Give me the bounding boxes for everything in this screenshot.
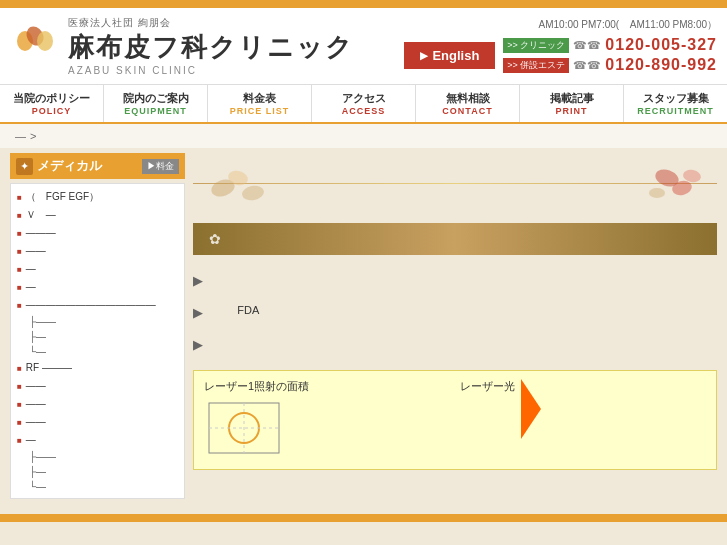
svg-point-5 — [241, 184, 265, 202]
sidebar: ✦ メディカル ▶料金 ■ （ FGF EGF） ■ Ｖ — ■ ——— ■ —… — [10, 153, 185, 499]
breadcrumb-separator: > — [30, 130, 36, 142]
laser-area-diagram — [204, 398, 284, 458]
nav-bar: 当院のポリシー POLICY 院内のご案内 EQUIPMENT 料金表 PRIC… — [0, 85, 727, 124]
svg-point-9 — [649, 188, 665, 198]
deco-flower-left — [203, 158, 283, 213]
logo-area: 医療法人社団 絢朋会 麻布皮フ科クリニック AZABU SKIN CLINIC — [10, 16, 354, 76]
sidebar-subitem-3[interactable]: └— — [11, 344, 184, 359]
logo-romaji: AZABU SKIN CLINIC — [68, 65, 354, 76]
play-icon-3: ▶ — [193, 335, 203, 356]
sidebar-item-6[interactable]: ■ — — [11, 278, 184, 296]
phone-icon-2: ☎☎ — [573, 59, 601, 72]
content-item-2: ▶ FDA — [193, 297, 717, 329]
bullet-icon: ■ — [17, 228, 22, 239]
breadcrumb-home[interactable]: — — [15, 130, 26, 142]
bullet-icon: ■ — [17, 381, 22, 392]
deco-flower-right — [607, 158, 707, 213]
nav-policy[interactable]: 当院のポリシー POLICY — [0, 85, 104, 122]
header-hours: AM10:00 PM7:00( AM11:00 PM8:00） — [539, 18, 717, 32]
sidebar-subitem-4[interactable]: ├—— — [11, 449, 184, 464]
bullet-icon: ■ — [17, 264, 22, 275]
play-icon-1: ▶ — [193, 271, 203, 292]
sidebar-price-button[interactable]: ▶料金 — [142, 159, 179, 174]
hours1: AM10:00 PM7:00( — [539, 19, 620, 30]
hours2: AM11:00 PM8:00） — [630, 19, 717, 30]
main-content: ✿ ▶ ▶ FDA ▶ レーザー1照射の面積 — [193, 153, 717, 499]
decorative-header — [193, 153, 717, 213]
laser-beam-icon — [521, 379, 541, 439]
sidebar-item-13[interactable]: ■ —— — [11, 413, 184, 431]
bottom-border — [0, 514, 727, 522]
sidebar-item-11[interactable]: ■ —— — [11, 377, 184, 395]
sidebar-title: メディカル — [37, 157, 102, 175]
phone-row-este: >> 併設エステ ☎☎ 0120-890-992 — [503, 56, 717, 74]
nav-pricelist[interactable]: 料金表 PRICE LIST — [208, 85, 312, 122]
english-button[interactable]: English — [404, 42, 495, 69]
svg-point-2 — [37, 31, 53, 51]
sidebar-item-3[interactable]: ■ ——— — [11, 224, 184, 242]
sidebar-subitem-1[interactable]: ├—— — [11, 314, 184, 329]
sidebar-subitem-5[interactable]: ├— — [11, 464, 184, 479]
bullet-icon: ■ — [17, 282, 22, 293]
este-label: >> 併設エステ — [503, 58, 569, 73]
phone-icon-1: ☎☎ — [573, 39, 601, 52]
nav-contact[interactable]: 無料相談 CONTACT — [416, 85, 520, 122]
bullet-icon: ■ — [17, 435, 22, 446]
sidebar-header-icon: ✦ — [16, 158, 33, 175]
bullet-icon: ■ — [17, 399, 22, 410]
phone-block: >> クリニック ☎☎ 0120-005-327 >> 併設エステ ☎☎ 012… — [503, 36, 717, 74]
sidebar-subitem-6[interactable]: └— — [11, 479, 184, 494]
phone-number-2: 0120-890-992 — [605, 56, 717, 74]
clinic-logo-icon — [10, 21, 60, 71]
sidebar-subitem-2[interactable]: ├— — [11, 329, 184, 344]
header-right: AM10:00 PM7:00( AM11:00 PM8:00） English … — [404, 18, 717, 74]
sidebar-items-list: ■ （ FGF EGF） ■ Ｖ — ■ ——— ■ —— ■ — ■ — — [10, 183, 185, 499]
phone-row-clinic: >> クリニック ☎☎ 0120-005-327 — [503, 36, 717, 54]
logo-text-block: 医療法人社団 絢朋会 麻布皮フ科クリニック AZABU SKIN CLINIC — [68, 16, 354, 76]
sidebar-header: ✦ メディカル ▶料金 — [10, 153, 185, 179]
sidebar-item-v[interactable]: ■ Ｖ — — [11, 206, 184, 224]
play-icon-2: ▶ — [193, 303, 203, 324]
sidebar-item-7[interactable]: ■ ————————————— — [11, 296, 184, 314]
content-wrapper: ✦ メディカル ▶料金 ■ （ FGF EGF） ■ Ｖ — ■ ——— ■ —… — [0, 148, 727, 504]
breadcrumb: — > — [0, 124, 727, 148]
info-label-left: レーザー1照射の面積 — [204, 379, 450, 394]
header-middle: English >> クリニック ☎☎ 0120-005-327 >> 併設エス… — [404, 36, 717, 74]
content-item-3: ▶ — [193, 329, 717, 361]
content-text-2 — [211, 302, 229, 320]
info-label-right: レーザー光 — [460, 379, 515, 394]
sidebar-item-rf[interactable]: ■ RF ——— — [11, 359, 184, 377]
bullet-icon: ■ — [17, 300, 22, 311]
banner-icon: ✿ — [209, 231, 221, 247]
header: 医療法人社団 絢朋会 麻布皮フ科クリニック AZABU SKIN CLINIC … — [0, 8, 727, 85]
sidebar-item-14[interactable]: ■ — — [11, 431, 184, 449]
bullet-icon: ■ — [17, 246, 22, 257]
clinic-label: >> クリニック — [503, 38, 569, 53]
bullet-icon: ■ — [17, 363, 22, 374]
nav-print[interactable]: 掲載記事 PRINT — [520, 85, 624, 122]
bullet-icon: ■ — [17, 210, 22, 221]
nav-recruitment[interactable]: スタッフ募集 RECRUITMENT — [624, 85, 727, 122]
logo-main: 麻布皮フ科クリニック — [68, 30, 354, 65]
nav-access[interactable]: アクセス ACCESS — [312, 85, 416, 122]
content-item-1: ▶ — [193, 265, 717, 297]
info-box-left: レーザー1照射の面積 — [204, 379, 450, 461]
sidebar-item-5[interactable]: ■ — — [11, 260, 184, 278]
deco-container — [193, 153, 717, 213]
info-box: レーザー1照射の面積 レーザー光 — [193, 370, 717, 470]
sidebar-item-4[interactable]: ■ —— — [11, 242, 184, 260]
top-bar — [0, 0, 727, 8]
info-box-right: レーザー光 — [460, 379, 706, 461]
sidebar-item-12[interactable]: ■ —— — [11, 395, 184, 413]
section-banner: ✿ — [193, 223, 717, 255]
nav-equipment[interactable]: 院内のご案内 EQUIPMENT — [104, 85, 208, 122]
phone-number-1: 0120-005-327 — [605, 36, 717, 54]
bullet-icon: ■ — [17, 417, 22, 428]
fda-text: FDA — [237, 302, 259, 320]
sidebar-item-fgf[interactable]: ■ （ FGF EGF） — [11, 188, 184, 206]
logo-subtitle: 医療法人社団 絢朋会 — [68, 16, 354, 30]
bullet-icon: ■ — [17, 192, 22, 203]
